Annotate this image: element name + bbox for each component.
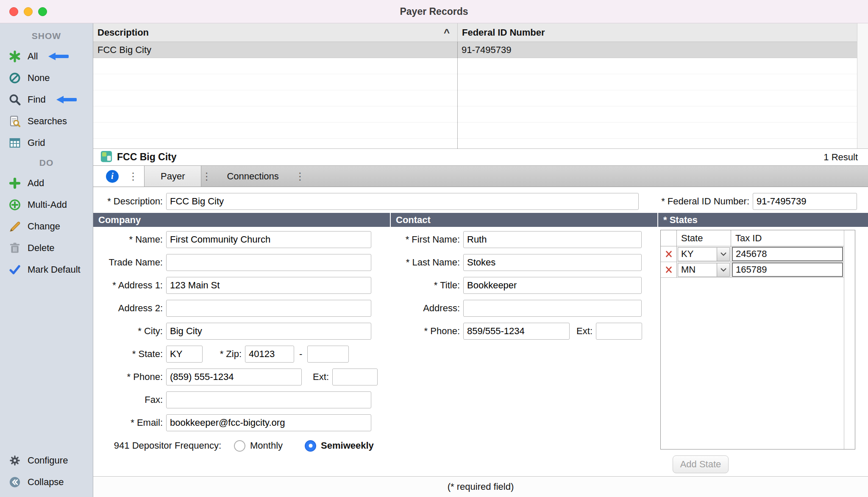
contact-phone-field[interactable] — [463, 323, 570, 340]
dots-separator-icon: ⋮ — [128, 170, 137, 182]
sidebar-item-label: None — [28, 73, 50, 84]
states-scrollbar[interactable] — [844, 230, 855, 449]
state-select[interactable]: KY — [678, 247, 730, 261]
radio-option-semiweekly[interactable]: Semiweekly — [305, 440, 374, 452]
depositor-frequency-radio-group: Monthly Semiweekly — [234, 440, 374, 452]
first-name-label: * First Name: — [391, 234, 463, 245]
sidebar-item-searches[interactable]: Searches — [0, 110, 93, 132]
sidebar-item-label: Add — [28, 178, 44, 189]
title-field[interactable] — [463, 277, 642, 294]
contact-phone-label: * Phone: — [391, 326, 463, 337]
address1-label: * Address 1: — [93, 280, 166, 291]
radio-monthly[interactable] — [234, 440, 245, 452]
address2-field[interactable] — [166, 300, 371, 317]
collapse-icon — [8, 475, 22, 489]
chevron-down-icon[interactable] — [717, 248, 729, 261]
dots-separator-icon: ⋮ — [201, 170, 211, 182]
table-row-empty[interactable] — [93, 123, 868, 139]
taxid-field[interactable]: 245678 — [732, 247, 843, 261]
sidebar-item-all[interactable]: All — [0, 45, 93, 67]
chevron-down-icon[interactable] — [717, 263, 729, 276]
zip-plus4-field[interactable] — [307, 346, 349, 363]
annotation-arrow-all — [48, 53, 70, 60]
annotation-arrow-find — [56, 96, 78, 103]
add-state-button[interactable]: Add State — [673, 455, 729, 473]
contact-address-label: Address: — [391, 303, 463, 314]
info-icon[interactable]: i — [106, 170, 119, 183]
sidebar-item-none[interactable]: None — [0, 67, 93, 89]
sidebar-item-find[interactable]: Find — [0, 89, 93, 110]
table-row-empty[interactable] — [93, 74, 868, 90]
table-row-empty[interactable] — [93, 58, 868, 74]
sidebar-item-collapse[interactable]: Collapse — [0, 471, 93, 493]
company-section: * Name: Trade Name: * Address 1: Address… — [93, 231, 391, 460]
trash-icon — [8, 241, 22, 255]
tab-payer[interactable]: Payer — [144, 166, 201, 187]
description-label: * Description: — [93, 196, 166, 207]
table-row-empty[interactable] — [93, 139, 868, 148]
sidebar-item-delete[interactable]: Delete — [0, 237, 93, 259]
payer-records-window: Payer Records SHOW All — [0, 0, 868, 497]
description-field[interactable] — [166, 193, 639, 210]
contact-ext-label: Ext: — [571, 326, 596, 337]
column-header-federal-id[interactable]: Federal ID Number — [457, 23, 868, 42]
contact-ext-field[interactable] — [596, 323, 642, 340]
titlebar: Payer Records — [0, 0, 868, 23]
contact-address-field[interactable] — [463, 300, 642, 317]
sidebar-item-multi-add[interactable]: Multi-Add — [0, 194, 93, 215]
radio-option-monthly[interactable]: Monthly — [234, 440, 283, 452]
state-row: KY 245678 — [661, 246, 844, 262]
pencil-icon — [8, 219, 22, 234]
sidebar-item-label: Delete — [28, 243, 55, 254]
company-ext-field[interactable] — [332, 369, 378, 385]
sidebar-item-change[interactable]: Change — [0, 215, 93, 237]
list-scrollbar[interactable] — [857, 23, 868, 148]
tab-connections[interactable]: Connections — [211, 166, 295, 187]
fax-label: Fax: — [93, 394, 166, 405]
check-icon — [8, 262, 22, 277]
address1-field[interactable] — [166, 277, 371, 294]
record-header-bar: FCC Big City 1 Result — [93, 148, 868, 165]
tab-bar-left: i ⋮ — [93, 166, 144, 187]
sidebar-item-label: Mark Default — [28, 264, 81, 275]
city-field[interactable] — [166, 323, 371, 340]
name-label: * Name: — [93, 234, 166, 245]
federal-id-field[interactable] — [753, 193, 857, 210]
radio-semiweekly[interactable] — [305, 440, 316, 452]
column-header-description[interactable]: Description ^ — [93, 27, 457, 39]
fax-field[interactable] — [166, 391, 371, 408]
payer-record-icon — [100, 150, 113, 165]
zip-label: * Zip: — [206, 349, 245, 360]
company-name-field[interactable] — [166, 231, 371, 248]
last-name-field[interactable] — [463, 254, 642, 271]
state-select-cell: MN — [677, 262, 731, 277]
email-field[interactable] — [166, 414, 371, 431]
state-field[interactable] — [166, 346, 203, 363]
delete-state-button[interactable] — [661, 246, 677, 262]
first-name-field[interactable] — [463, 231, 642, 248]
sidebar-item-label: Searches — [28, 116, 67, 127]
contact-section: * First Name: * Last Name: * Title: Addr… — [391, 231, 659, 345]
sidebar-item-add[interactable]: Add — [0, 172, 93, 194]
show-section-header: SHOW — [0, 27, 93, 45]
payer-list: Description ^ Federal ID Number FCC Big … — [93, 23, 868, 148]
grid-icon — [8, 136, 22, 150]
delete-state-button[interactable] — [661, 262, 677, 277]
company-phone-field[interactable] — [166, 369, 302, 385]
taxid-cell: 245678 — [731, 246, 844, 262]
taxid-field[interactable]: 165789 — [732, 262, 843, 277]
sidebar-item-configure[interactable]: Configure — [0, 450, 93, 471]
state-row: MN 165789 — [661, 262, 844, 278]
table-row-empty[interactable] — [93, 90, 868, 106]
zip-separator: - — [299, 349, 302, 360]
trade-name-field[interactable] — [166, 254, 371, 271]
table-row[interactable]: FCC Big City 91-7495739 — [93, 42, 868, 58]
cell-description: FCC Big City — [93, 45, 457, 56]
sidebar-item-grid[interactable]: Grid — [0, 132, 93, 154]
red-x-icon — [665, 250, 673, 258]
state-select[interactable]: MN — [678, 263, 730, 277]
table-row-empty[interactable] — [93, 106, 868, 123]
sidebar-item-mark-default[interactable]: Mark Default — [0, 259, 93, 280]
company-phone-label: * Phone: — [93, 371, 166, 383]
zip-field[interactable] — [245, 346, 294, 363]
